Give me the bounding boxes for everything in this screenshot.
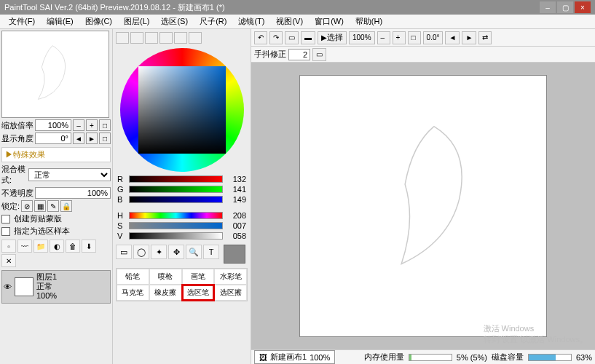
redo-button[interactable]: ↷: [269, 31, 283, 44]
g-slider[interactable]: [129, 186, 223, 193]
clipping-checkbox[interactable]: [1, 215, 10, 223]
navigator-preview[interactable]: [1, 31, 109, 118]
menu-file[interactable]: 文件(F): [3, 15, 41, 28]
lasso-tool[interactable]: ◯: [133, 245, 149, 259]
new-folder-icon[interactable]: 📁: [34, 240, 48, 253]
brush-seleraser[interactable]: 选区擦: [214, 285, 247, 301]
menu-help[interactable]: 帮助(H): [350, 15, 388, 28]
select-button[interactable]: ▶选择: [318, 31, 347, 44]
flip-button[interactable]: ⇄: [478, 31, 492, 44]
brush-eraser[interactable]: 橡皮擦: [149, 285, 182, 301]
angle-label: 显示角度: [1, 133, 34, 144]
stabilizer-toggle[interactable]: ▭: [312, 48, 326, 61]
menu-filter[interactable]: 滤镜(T): [232, 15, 270, 28]
text-tool[interactable]: T: [203, 245, 219, 259]
view-toolbar: ↶ ↷ ▭ ▬ ▶选择 100% – + □ 0.0° ◄ ► ⇄: [251, 29, 595, 47]
canvas-viewport[interactable]: 激活 Windows 转到"设置"以激活 Windows。: [251, 63, 595, 349]
menu-layer[interactable]: 图层(L): [118, 15, 155, 28]
clear-icon[interactable]: 🗑: [66, 240, 80, 253]
stabilizer-label: 手抖修正: [254, 49, 286, 60]
brush-selpen[interactable]: 选区笔: [182, 285, 215, 301]
deselect-button[interactable]: ▭: [285, 31, 299, 44]
opacity-field[interactable]: 100%: [35, 187, 111, 199]
status-bar: 🖼 新建画布1 100% 内存使用量 5% (5%) 磁盘容量 63%: [251, 349, 595, 364]
effects-header[interactable]: ▶特殊效果: [1, 147, 111, 162]
menu-select[interactable]: 选区(S): [155, 15, 194, 28]
wand-tool[interactable]: ✦: [151, 245, 167, 259]
new-layer-icon[interactable]: ▫: [1, 240, 16, 253]
rotate-right-button[interactable]: ►: [86, 132, 98, 144]
lock-all-button[interactable]: 🔒: [60, 200, 72, 212]
zoom-minus-button[interactable]: –: [73, 119, 84, 131]
lock-alpha-button[interactable]: ✎: [47, 200, 59, 212]
minimize-button[interactable]: –: [540, 1, 556, 13]
rotate-reset-button[interactable]: □: [99, 132, 111, 144]
doc-icon: 🖼: [259, 353, 267, 362]
zoom-field[interactable]: 100%: [35, 119, 71, 131]
move-tool[interactable]: ✥: [168, 245, 184, 259]
rect-select-tool[interactable]: ▭: [116, 245, 132, 259]
delete-layer-icon[interactable]: ✕: [1, 254, 16, 267]
disk-label: 磁盘容量: [492, 352, 524, 363]
rgb-mode-icon[interactable]: [130, 32, 143, 44]
menu-ruler[interactable]: 尺子(R): [194, 15, 232, 28]
undo-button[interactable]: ↶: [254, 31, 267, 44]
clipping-label: 创建剪贴蒙版: [14, 213, 62, 224]
v-slider[interactable]: [129, 232, 223, 240]
angle-field[interactable]: 0°: [35, 132, 71, 144]
palette-icon[interactable]: [189, 32, 202, 44]
canvas[interactable]: [299, 75, 547, 337]
visibility-icon[interactable]: 👁: [4, 282, 12, 291]
rotate-cw-button[interactable]: ►: [462, 31, 476, 44]
scratchpad-icon[interactable]: [174, 32, 187, 44]
merge-icon[interactable]: ⬇: [82, 240, 96, 253]
close-button[interactable]: ×: [575, 1, 591, 13]
maximize-button[interactable]: ▢: [557, 1, 573, 13]
s-label: S: [117, 221, 126, 230]
zoom-fit-button[interactable]: □: [408, 31, 421, 44]
rotate-ccw-button[interactable]: ◄: [445, 31, 460, 44]
r-slider[interactable]: [129, 175, 223, 183]
brush-brush[interactable]: 画笔: [182, 269, 215, 285]
brush-airbrush[interactable]: 喷枪: [149, 269, 182, 285]
zoom-display[interactable]: 100%: [349, 31, 375, 44]
zoom-in-button[interactable]: +: [393, 31, 406, 44]
document-tab[interactable]: 🖼 新建画布1 100%: [254, 350, 335, 364]
zoom-out-button[interactable]: –: [377, 31, 390, 44]
rotation-display[interactable]: 0.0°: [423, 31, 444, 44]
zoom-reset-button[interactable]: □: [99, 119, 111, 131]
s-slider[interactable]: [129, 222, 223, 229]
rotate-left-button[interactable]: ◄: [73, 132, 84, 144]
r-value: 132: [226, 175, 246, 183]
invert-button[interactable]: ▬: [301, 31, 315, 44]
foreground-color[interactable]: [224, 245, 245, 264]
zoom-plus-button[interactable]: +: [86, 119, 98, 131]
swatch-mode-icon[interactable]: [159, 32, 173, 44]
brush-pencil[interactable]: 铅笔: [117, 269, 149, 285]
layer-item[interactable]: 👁 图层1 正常 100%: [1, 270, 111, 304]
opacity-label: 不透明度: [1, 188, 34, 199]
menu-view[interactable]: 视图(V): [270, 15, 309, 28]
menu-image[interactable]: 图像(C): [79, 15, 118, 28]
menu-window[interactable]: 窗口(W): [309, 15, 350, 28]
brush-marker[interactable]: 马克笔: [117, 285, 149, 301]
sample-checkbox[interactable]: [1, 227, 10, 236]
lock-pixels-button[interactable]: ▦: [34, 200, 46, 212]
blend-mode-select[interactable]: 正常: [28, 168, 111, 181]
wheel-mode-icon[interactable]: [116, 32, 129, 44]
h-slider[interactable]: [129, 212, 223, 219]
menu-edit[interactable]: 编辑(E): [41, 15, 79, 28]
lock-none-button[interactable]: ⊘: [21, 200, 33, 212]
brush-watercolor[interactable]: 水彩笔: [214, 269, 247, 285]
layer-mode: 正常: [36, 282, 57, 291]
new-linework-icon[interactable]: 〰: [17, 240, 32, 253]
disk-value: 63%: [576, 353, 592, 362]
v-value: 058: [226, 232, 246, 240]
menubar: 文件(F) 编辑(E) 图像(C) 图层(L) 选区(S) 尺子(R) 滤镜(T…: [0, 15, 595, 29]
color-wheel[interactable]: [120, 48, 244, 172]
hsv-mode-icon[interactable]: [145, 32, 158, 44]
mask-icon[interactable]: ◐: [50, 240, 64, 253]
zoom-tool[interactable]: 🔍: [186, 245, 202, 259]
b-slider[interactable]: [129, 196, 223, 203]
stabilizer-field[interactable]: 2: [288, 49, 310, 60]
